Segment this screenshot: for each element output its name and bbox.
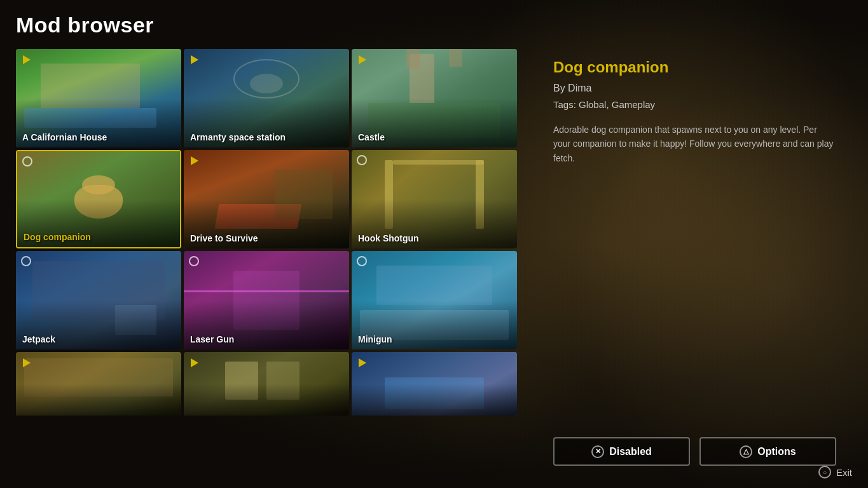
grid-row-2: Dog companion Drive to Survive xyxy=(16,150,537,248)
disabled-icon-symbol: ✕ xyxy=(595,447,601,456)
detail-author: By Dima xyxy=(553,83,836,94)
card-icon-laser xyxy=(189,256,199,266)
mod-card-row4a[interactable] xyxy=(16,352,181,416)
card-icon-row4a xyxy=(21,357,32,369)
detail-tags: Tags: Global, Gameplay xyxy=(553,99,836,110)
card-icon-armanty xyxy=(189,54,200,65)
card-icon-castle xyxy=(357,54,368,65)
card-label-armanty: Armanty space station xyxy=(190,132,343,142)
mod-card-californian[interactable]: A Californian House xyxy=(16,49,181,147)
card-label-californian: A Californian House xyxy=(22,132,175,142)
mod-card-hook[interactable]: Hook Shotgun xyxy=(352,150,517,248)
card-icon-californian xyxy=(21,54,32,65)
page-title: Mod browser xyxy=(16,13,852,37)
grid-row-3: Jetpack Laser Gun xyxy=(16,251,537,349)
mod-card-row4c[interactable] xyxy=(352,352,517,416)
card-icon-drive xyxy=(189,155,200,166)
card-gradient-row4c xyxy=(352,384,517,416)
mod-card-armanty[interactable]: Armanty space station xyxy=(184,49,349,147)
detail-description: Adorable dog companion that spawns next … xyxy=(553,123,836,424)
card-icon-dog xyxy=(22,156,32,166)
main-layout: A Californian House Armanty space statio… xyxy=(16,49,852,475)
mod-card-minigun[interactable]: Minigun xyxy=(352,251,517,349)
card-gradient-row4a xyxy=(16,384,181,416)
options-icon-symbol: △ xyxy=(743,447,748,456)
disabled-label: Disabled xyxy=(609,446,652,458)
mod-card-jetpack[interactable]: Jetpack xyxy=(16,251,181,349)
detail-actions: ✕ Disabled △ Options xyxy=(553,424,836,466)
card-label-castle: Castle xyxy=(358,132,511,142)
card-icon-minigun xyxy=(357,256,367,266)
mod-card-castle[interactable]: Castle xyxy=(352,49,517,147)
card-icon-hook xyxy=(357,155,367,165)
card-icon-row4c xyxy=(357,357,368,369)
main-container: Mod browser A Californian House xyxy=(0,0,868,488)
options-button[interactable]: △ Options xyxy=(699,437,836,466)
disabled-icon: ✕ xyxy=(591,445,604,458)
grid-row-1: A Californian House Armanty space statio… xyxy=(16,49,537,147)
mod-card-dog[interactable]: Dog companion xyxy=(16,150,181,248)
card-label-laser: Laser Gun xyxy=(190,334,343,344)
mod-card-row4b[interactable] xyxy=(184,352,349,416)
card-icon-jetpack xyxy=(21,256,31,266)
detail-panel: Dog companion By Dima Tags: Global, Game… xyxy=(537,49,852,475)
grid-row-4 xyxy=(16,352,537,416)
card-label-jetpack: Jetpack xyxy=(22,334,175,344)
detail-title: Dog companion xyxy=(553,58,836,76)
options-label: Options xyxy=(757,446,796,458)
mod-grid: A Californian House Armanty space statio… xyxy=(16,49,537,475)
options-icon: △ xyxy=(740,445,752,458)
card-label-minigun: Minigun xyxy=(358,334,511,344)
mod-card-laser[interactable]: Laser Gun xyxy=(184,251,349,349)
disabled-button[interactable]: ✕ Disabled xyxy=(553,437,690,466)
mod-card-drive[interactable]: Drive to Survive xyxy=(184,150,349,248)
card-label-drive: Drive to Survive xyxy=(190,233,343,243)
card-label-hook: Hook Shotgun xyxy=(358,233,511,243)
card-label-dog: Dog companion xyxy=(24,232,174,242)
card-icon-row4b xyxy=(189,357,200,369)
card-gradient-row4b xyxy=(184,384,349,416)
